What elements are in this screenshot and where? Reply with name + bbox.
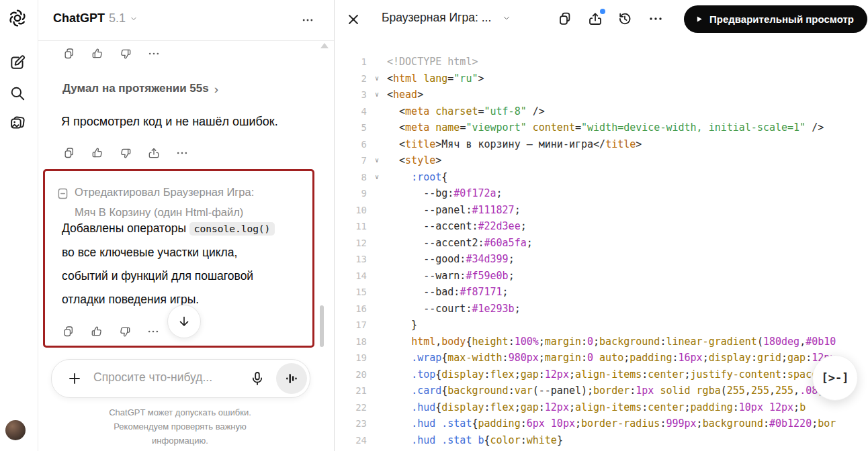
code-text: .hud .stat b{color:white} bbox=[387, 432, 868, 449]
code-text: } bbox=[387, 317, 868, 334]
fold-chevron-icon[interactable]: ∨ bbox=[367, 169, 387, 186]
code-line[interactable]: 17 } bbox=[335, 317, 868, 334]
app-window: ChatGPT 5.1 bbox=[0, 0, 868, 451]
code-line[interactable]: 3∨<head> bbox=[335, 87, 868, 103]
thumbs-down-icon[interactable] bbox=[118, 325, 132, 338]
line-number: 24 bbox=[335, 432, 367, 449]
code-line[interactable]: 9 --bg:#0f172a; bbox=[335, 185, 868, 202]
disclaimer-line: ChatGPT может допускать ошибки. bbox=[51, 405, 309, 419]
code-line[interactable]: 12 --accent2:#60a5fa; bbox=[335, 235, 868, 252]
arrow-down-icon bbox=[177, 314, 191, 329]
code-line[interactable]: 2∨<html lang="ru"> bbox=[335, 70, 868, 87]
line-number: 4 bbox=[335, 103, 367, 120]
code-line[interactable]: 5 <meta name="viewport" content="width=d… bbox=[335, 119, 868, 136]
thumbs-up-icon[interactable] bbox=[91, 146, 104, 160]
line-number: 23 bbox=[335, 415, 367, 432]
composer-placeholder[interactable]: Спросите что-нибуд... bbox=[93, 370, 212, 385]
code-text: <title>Мяч в корзину — мини-игра</title> bbox=[387, 136, 868, 153]
code-line[interactable]: 20 .top{display:flex;gap:12px;align-item… bbox=[335, 366, 868, 383]
share-button[interactable] bbox=[587, 11, 603, 27]
chat-options-button[interactable] bbox=[300, 13, 315, 27]
line-number: 11 bbox=[335, 218, 367, 235]
model-picker[interactable]: ChatGPT 5.1 bbox=[53, 11, 138, 26]
copy-icon[interactable] bbox=[62, 325, 75, 338]
user-avatar[interactable] bbox=[5, 420, 26, 440]
code-line[interactable]: 7∨ <style> bbox=[335, 152, 868, 169]
more-dots-icon[interactable] bbox=[648, 11, 664, 27]
code-text: <meta charset="utf-8" /> bbox=[387, 103, 868, 120]
fold-gutter bbox=[367, 218, 387, 235]
fold-gutter bbox=[367, 202, 387, 219]
code-line[interactable]: 6 <title>Мяч в корзину — мини-игра</titl… bbox=[335, 136, 868, 153]
inline-code-chip: console.log() bbox=[189, 222, 275, 236]
scrollbar-thumb[interactable] bbox=[320, 305, 324, 347]
fold-chevron-icon[interactable]: ∨ bbox=[367, 87, 387, 103]
code-line[interactable]: 22 .hud{display:flex;gap:12px;align-item… bbox=[335, 399, 868, 416]
chevron-down-icon bbox=[502, 13, 511, 23]
code-line[interactable]: 16 --court:#1e293b; bbox=[335, 301, 868, 317]
new-chat-icon[interactable] bbox=[7, 52, 28, 72]
thumbs-down-icon[interactable] bbox=[119, 47, 132, 60]
code-text: html,body{height:100%;margin:0;backgroun… bbox=[387, 334, 868, 350]
code-line[interactable]: 18 html,body{height:100%;margin:0;backgr… bbox=[335, 334, 868, 350]
fold-gutter bbox=[367, 415, 387, 432]
canvas-title-menu[interactable]: Браузерная Игра: ... bbox=[382, 11, 511, 25]
line-number: 6 bbox=[335, 136, 367, 153]
line-number: 1 bbox=[335, 54, 367, 70]
code-line[interactable]: 24 .hud .stat b{color:white} bbox=[335, 432, 868, 449]
scroll-to-bottom-button[interactable] bbox=[167, 305, 201, 338]
copy-icon[interactable] bbox=[62, 47, 76, 60]
more-dots-icon[interactable] bbox=[175, 146, 189, 160]
copy-icon[interactable] bbox=[62, 146, 76, 160]
code-line[interactable]: 21 .card{background:var(--panel);border:… bbox=[335, 383, 868, 399]
code-line[interactable]: 11 --accent:#22d3ee; bbox=[335, 218, 868, 235]
library-icon[interactable] bbox=[7, 113, 28, 133]
thumbs-down-icon[interactable] bbox=[119, 146, 132, 160]
code-line[interactable]: 8∨ :root{ bbox=[335, 169, 868, 186]
voice-mode-button[interactable] bbox=[276, 363, 307, 394]
preview-button[interactable]: Предварительный просмотр bbox=[684, 5, 867, 33]
code-line[interactable]: 14 --warn:#f59e0b; bbox=[335, 268, 868, 285]
canvas-edit-header[interactable]: Отредактировал Браузерная Игра: Мяч В Ко… bbox=[58, 182, 254, 222]
code-line[interactable]: 13 --good:#34d399; bbox=[335, 251, 868, 268]
app-title: ChatGPT bbox=[53, 11, 105, 26]
close-icon[interactable] bbox=[345, 11, 361, 28]
code-line[interactable]: 23 .hud .stat{padding:6px 10px;border-ra… bbox=[335, 415, 868, 432]
fold-chevron-icon[interactable]: ∨ bbox=[367, 70, 387, 87]
code-text: .hud{display:flex;gap:12px;align-items:c… bbox=[387, 399, 868, 416]
sidebar-rail bbox=[0, 0, 38, 451]
code-line[interactable]: 4 <meta charset="utf-8" /> bbox=[335, 103, 868, 120]
thought-duration-toggle[interactable]: Думал на протяжении 55s › bbox=[62, 82, 218, 95]
disclaimer-line: Рекомендуем проверять важную bbox=[51, 419, 309, 434]
thumbs-up-icon[interactable] bbox=[91, 47, 104, 60]
code-line[interactable]: 19 .wrap{max-width:980px;margin:0 auto;p… bbox=[335, 350, 868, 366]
fold-gutter bbox=[367, 383, 387, 399]
code-text: .top{display:flex;gap:12px;align-items:c… bbox=[387, 366, 868, 383]
line-number: 21 bbox=[335, 383, 367, 399]
assistant-message: Я просмотрел код и не нашёл ошибок. bbox=[61, 115, 278, 129]
history-icon[interactable] bbox=[617, 11, 633, 27]
more-dots-icon[interactable] bbox=[146, 325, 160, 338]
chatgpt-logo-icon[interactable] bbox=[7, 8, 28, 28]
share-icon[interactable] bbox=[147, 146, 161, 160]
thought-label: Думал на протяжении 55s bbox=[62, 82, 209, 95]
code-text: --good:#34d399; bbox=[387, 251, 868, 268]
composer[interactable]: Спросите что-нибуд... bbox=[51, 359, 310, 398]
line-number: 5 bbox=[335, 119, 367, 136]
attach-plus-icon[interactable] bbox=[67, 370, 83, 387]
microphone-icon[interactable] bbox=[249, 370, 265, 387]
search-icon[interactable] bbox=[7, 83, 28, 103]
code-line[interactable]: 1<!DOCTYPE html> bbox=[335, 54, 868, 70]
scrollbar-up-arrow[interactable] bbox=[320, 43, 329, 48]
summary-prefix: Добавлены операторы bbox=[62, 221, 186, 235]
code-editor[interactable]: 1<!DOCTYPE html>2∨<html lang="ru">3∨<hea… bbox=[335, 38, 868, 451]
console-toggle-button[interactable]: [>-] bbox=[812, 355, 858, 401]
copy-icon[interactable] bbox=[557, 11, 573, 27]
line-number: 16 bbox=[335, 301, 367, 317]
code-line[interactable]: 15 --bad:#f87171; bbox=[335, 284, 868, 301]
more-dots-icon[interactable] bbox=[147, 47, 161, 60]
line-number: 15 bbox=[335, 284, 367, 301]
thumbs-up-icon[interactable] bbox=[90, 325, 103, 338]
code-line[interactable]: 10 --panel:#111827; bbox=[335, 202, 868, 219]
fold-chevron-icon[interactable]: ∨ bbox=[367, 152, 387, 169]
